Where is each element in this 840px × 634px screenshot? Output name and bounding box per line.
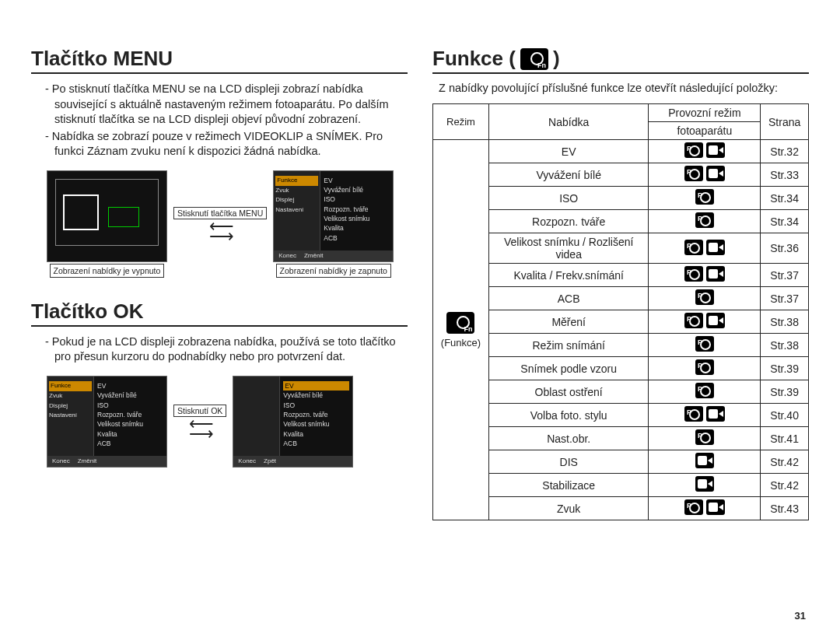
provozni-cell [649, 450, 761, 474]
table-row: Rozpozn. tvářeStr.34 [433, 210, 809, 233]
nabidka-cell: Měření [488, 310, 649, 334]
bullet: Pokud je na LCD displeji zobrazena nabíd… [45, 335, 408, 365]
page-cell: Str.42 [761, 474, 809, 497]
menu-item: Vyvážení bílé [324, 185, 390, 194]
menu-item: Vyvážení bílé [283, 391, 349, 400]
menu-item: ACB [97, 439, 163, 448]
provozni-cell [649, 427, 761, 450]
provozni-cell [649, 474, 761, 497]
provozni-cell [649, 310, 761, 334]
table-row: Volba foto. styluStr.40 [433, 404, 809, 427]
nabidka-cell: Stabilizace [488, 474, 649, 497]
double-arrow-icon: ⟵⟶ [189, 419, 211, 439]
menu-item: ACB [283, 439, 349, 448]
provozni-cell [649, 210, 761, 233]
page-cell: Str.37 [761, 287, 809, 310]
page-cell: Str.37 [761, 264, 809, 287]
provozni-cell [649, 187, 761, 210]
menu-item: Kvalita [324, 223, 390, 233]
menu-side-item: Zvuk [275, 186, 318, 196]
menu-item: ISO [97, 401, 163, 410]
page-cell: Str.38 [761, 310, 809, 334]
menu-footer: Konec Změnit [274, 250, 393, 261]
foot-zmenit: Změnit [304, 252, 323, 259]
table-row: ZvukStr.43 [433, 497, 809, 520]
ok-bullets: Pokud je na LCD displeji zobrazena nabíd… [31, 335, 408, 365]
page-cell: Str.39 [761, 357, 809, 380]
table-row: ISOStr.34 [433, 187, 809, 210]
screen-off-group: Zobrazení nabídky je vypnuto [47, 170, 167, 278]
camera-icon [695, 336, 714, 352]
menu-item: Kvalita [283, 429, 349, 439]
provozni-cell [649, 140, 761, 163]
provozni-cell [649, 264, 761, 287]
provozni-cell [649, 334, 761, 357]
table-row: (Funkce)EVStr.32 [433, 140, 809, 163]
functions-tbody: (Funkce)EVStr.32Vyvážení bíléStr.33ISOSt… [433, 140, 809, 520]
table-row: Kvalita / Frekv.snímáníStr.37 [433, 264, 809, 287]
video-icon [706, 166, 725, 181]
video-icon [695, 476, 714, 492]
ok-screen-left: Funkce Zvuk Displej Nastavení EV Vyvážen… [47, 376, 167, 468]
nabidka-cell: ISO [488, 187, 649, 210]
functions-table: Režim Nabídka Provozní režim Strana foto… [432, 103, 809, 520]
caption-menu-off: Zobrazení nabídky je vypnuto [50, 264, 165, 278]
left-column: Tlačítko MENU Po stisknutí tlačítka MENU… [31, 47, 408, 520]
foot-konec: Konec [238, 457, 256, 464]
table-row: DISStr.42 [433, 450, 809, 474]
menu-item: Velikost snímku [324, 214, 390, 223]
lcd-menu-after-ok: EV Vyvážení bílé ISO Rozpozn. tváře Veli… [233, 376, 353, 468]
menu-side-item: Displej [49, 401, 92, 412]
menu-side-item: Funkce [49, 381, 92, 391]
nabidka-cell: Rozpozn. tváře [488, 210, 649, 233]
menu-item: Rozpozn. tváře [283, 410, 349, 419]
provozni-cell [649, 357, 761, 380]
table-row: Režim snímáníStr.38 [433, 334, 809, 357]
foot-zmenit: Změnit [78, 457, 96, 464]
nabidka-cell: Zvuk [488, 497, 649, 520]
fn-icon [446, 312, 474, 334]
table-row: Snímek podle vzoruStr.39 [433, 357, 809, 380]
nabidka-cell: Volba foto. stylu [488, 404, 649, 427]
provozni-cell [649, 287, 761, 310]
menu-item: Vyvážení bílé [97, 391, 163, 400]
caption-menu-on: Zobrazení nabídky je zapnuto [276, 264, 391, 278]
foot-zpet: Zpět [264, 457, 276, 464]
nabidka-cell: Vyvážení bílé [488, 163, 649, 187]
nabidka-cell: Nast.obr. [488, 427, 649, 450]
camera-icon [684, 406, 703, 422]
menu-item: Rozpozn. tváře [324, 205, 390, 214]
nabidka-cell: Režim snímání [488, 334, 649, 357]
menu-sidebar: Funkce Zvuk Displej Nastavení [274, 171, 320, 261]
heading-menu-button: Tlačítko MENU [31, 47, 408, 74]
video-icon [706, 240, 725, 255]
menu-footer: Konec Změnit [47, 456, 166, 467]
camera-icon [684, 313, 703, 328]
heading-ok-button: Tlačítko OK [31, 299, 408, 327]
between-arrows-ok: Stisknutí OK ⟵⟶ [173, 405, 226, 439]
menu-items: EV Vyvážení bílé ISO Rozpozn. tváře Veli… [280, 377, 352, 467]
th-provozni2: fotoaparátu [649, 122, 761, 140]
page-cell: Str.42 [761, 450, 809, 474]
menu-item: Kvalita [97, 429, 163, 439]
bullet: Po stisknutí tlačítka MENU se na LCD dis… [45, 82, 408, 128]
menu-side-item: Funkce [275, 176, 318, 186]
camera-icon [695, 359, 714, 375]
menu-item: Velikost snímku [283, 419, 349, 429]
provozni-cell [649, 380, 761, 404]
bullet: Nabídka se zobrazí pouze v režimech VIDE… [45, 129, 408, 159]
lcd-menu-on: Funkce Zvuk Displej Nastavení EV Vyvážen… [273, 170, 394, 262]
nabidka-cell: Kvalita / Frekv.snímání [488, 264, 649, 287]
page-cell: Str.36 [761, 233, 809, 264]
th-rezim: Režim [433, 104, 489, 140]
page-cell: Str.33 [761, 163, 809, 187]
ok-screen-right: EV Vyvážení bílé ISO Rozpozn. tváře Veli… [233, 376, 353, 468]
menu-item: ISO [283, 401, 349, 410]
th-strana: Strana [761, 104, 809, 140]
menu-footer: Konec Zpět [233, 456, 352, 467]
heading-funkce-text: Funkce ( [432, 47, 516, 71]
video-icon [706, 266, 725, 282]
page-cell: Str.38 [761, 334, 809, 357]
menu-items: EV Vyvážení bílé ISO Rozpozn. tváře Veli… [94, 377, 166, 467]
table-row: ACBStr.37 [433, 287, 809, 310]
